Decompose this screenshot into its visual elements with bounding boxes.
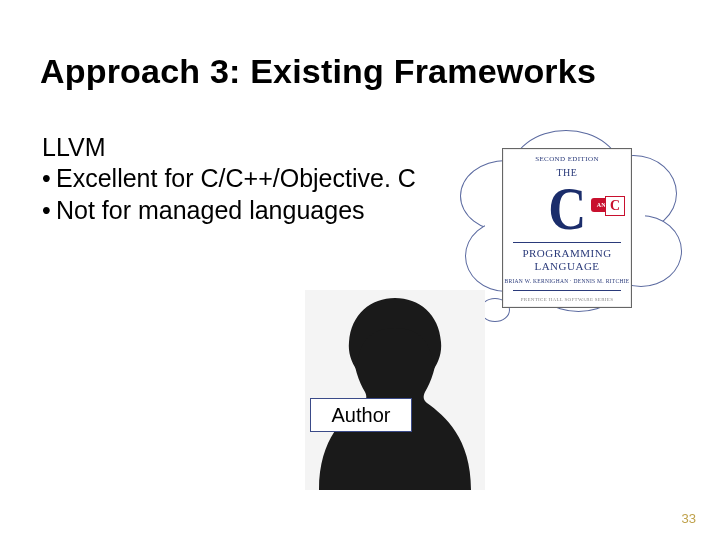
body-heading: LLVM: [42, 132, 416, 163]
book-cover: SECOND EDITION THE C ANSI C PROGRAMMING …: [502, 148, 632, 308]
bullet-text: Excellent for C/C++/Objective. C: [56, 164, 416, 192]
slide-body: LLVM •Excellent for C/C++/Objective. C •…: [42, 132, 416, 226]
ansi-c-box: C: [605, 196, 625, 216]
page-number: 33: [682, 511, 696, 526]
bullet-item: •Not for managed languages: [42, 195, 416, 226]
book-authors: BRIAN W. KERNIGHAN · DENNIS M. RITCHIE: [503, 278, 631, 284]
book-publisher: PRENTICE HALL SOFTWARE SERIES: [503, 297, 631, 302]
bullet-item: •Excellent for C/C++/Objective. C: [42, 163, 416, 194]
author-label: Author: [332, 404, 391, 427]
slide: Approach 3: Existing Frameworks LLVM •Ex…: [0, 0, 720, 540]
person-silhouette-icon: [305, 290, 485, 490]
slide-title: Approach 3: Existing Frameworks: [40, 52, 596, 91]
book-title-line2: LANGUAGE: [503, 260, 631, 273]
book-edition: SECOND EDITION: [503, 155, 631, 163]
book-title-line1: PROGRAMMING: [503, 247, 631, 260]
book-big-letter: C: [548, 180, 586, 236]
author-label-box: Author: [310, 398, 412, 432]
bullet-text: Not for managed languages: [56, 196, 365, 224]
